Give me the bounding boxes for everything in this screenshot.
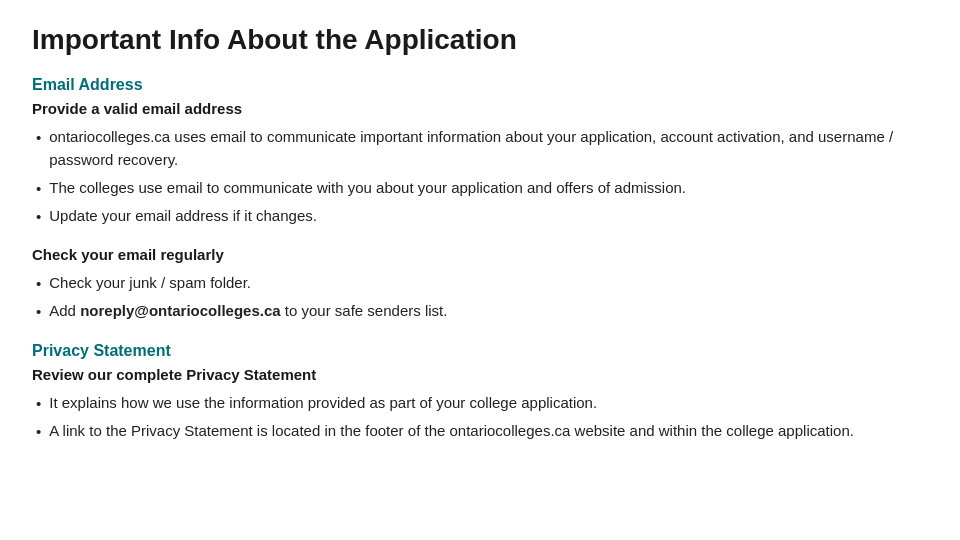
bullet-dot: • bbox=[36, 272, 41, 295]
list-item-text: Check your junk / spam folder. bbox=[49, 271, 251, 294]
email-address-list: • ontariocolleges.ca uses email to commu… bbox=[32, 125, 928, 228]
bullet-dot: • bbox=[36, 126, 41, 149]
list-item-text: Update your email address if it changes. bbox=[49, 204, 317, 227]
list-item: • The colleges use email to communicate … bbox=[36, 176, 928, 200]
bullet-dot: • bbox=[36, 177, 41, 200]
list-item-text: ontariocolleges.ca uses email to communi… bbox=[49, 125, 928, 172]
email-address-heading: Email Address bbox=[32, 76, 928, 94]
add-prefix: Add bbox=[49, 302, 76, 319]
list-item: • ontariocolleges.ca uses email to commu… bbox=[36, 125, 928, 172]
bullet-dot: • bbox=[36, 420, 41, 443]
list-item-text: Add noreply@ontariocolleges.ca to your s… bbox=[49, 299, 447, 322]
page-title: Important Info About the Application bbox=[32, 24, 928, 56]
noreply-email: noreply@ontariocolleges.ca bbox=[80, 302, 281, 319]
bullet-dot: • bbox=[36, 300, 41, 323]
check-email-section: Check your email regularly • Check your … bbox=[32, 246, 928, 324]
list-item: • Update your email address if it change… bbox=[36, 204, 928, 228]
privacy-statement-list: • It explains how we use the information… bbox=[32, 391, 928, 444]
check-email-list: • Check your junk / spam folder. • Add n… bbox=[32, 271, 928, 324]
list-item: • Add noreply@ontariocolleges.ca to your… bbox=[36, 299, 928, 323]
bullet-dot: • bbox=[36, 392, 41, 415]
list-item-text: It explains how we use the information p… bbox=[49, 391, 597, 414]
check-email-subheading: Check your email regularly bbox=[32, 246, 928, 263]
list-item: • Check your junk / spam folder. bbox=[36, 271, 928, 295]
list-item: • It explains how we use the information… bbox=[36, 391, 928, 415]
bullet-dot: • bbox=[36, 205, 41, 228]
privacy-statement-subheading: Review our complete Privacy Statement bbox=[32, 366, 928, 383]
list-item: • A link to the Privacy Statement is loc… bbox=[36, 419, 928, 443]
list-item-text: A link to the Privacy Statement is locat… bbox=[49, 419, 854, 442]
privacy-statement-section: Privacy Statement Review our complete Pr… bbox=[32, 342, 928, 444]
email-address-section: Email Address Provide a valid email addr… bbox=[32, 76, 928, 228]
privacy-statement-heading: Privacy Statement bbox=[32, 342, 928, 360]
list-item-text: The colleges use email to communicate wi… bbox=[49, 176, 686, 199]
senders-suffix: to your safe senders list. bbox=[285, 302, 448, 319]
email-address-subheading: Provide a valid email address bbox=[32, 100, 928, 117]
